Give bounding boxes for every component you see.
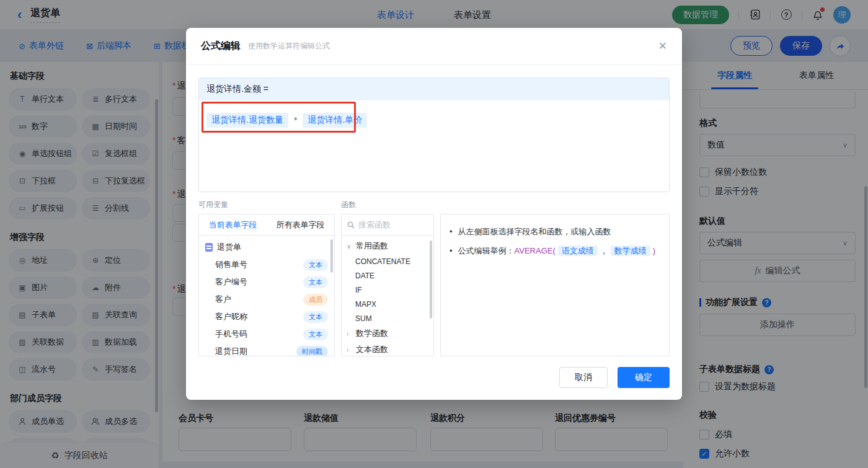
function-group-label: 文本函数 — [356, 344, 388, 355]
form-doc-icon — [205, 243, 213, 252]
variable-field-row[interactable]: 客户成员 — [199, 291, 334, 308]
bullet-dot: • — [450, 224, 453, 239]
formula-editor-modal: 公式编辑 使用数学运算符编辑公式 ✕ 退货详情.金额 = 退货详情.退货数量 *… — [186, 28, 682, 400]
field-token[interactable]: 退货详情.退货数量 — [206, 113, 288, 128]
field-token[interactable]: 退货详情.单价 — [303, 113, 367, 128]
hint-field-chip: 数学成绩 — [611, 245, 650, 256]
function-group-label: 数学函数 — [356, 328, 388, 339]
function-item-concatenate[interactable]: CONCATENATE — [342, 254, 433, 268]
variable-field-name: 退货日期 — [215, 346, 247, 356]
hint-line: • 从左侧面板选择字段名和函数，或输入函数 — [450, 224, 660, 239]
function-group-row[interactable]: ∨常用函数 — [342, 238, 433, 254]
formula-hints-panel: • 从左侧面板选择字段名和函数，或输入函数 • 公式编辑举例：AVERAGE(语… — [440, 214, 670, 356]
hint-example-prefix: 公式编辑举例： — [458, 246, 515, 255]
function-item-if[interactable]: IF — [342, 283, 433, 297]
caret-right-icon: › — [347, 330, 353, 337]
modal-footer: 取消 确定 — [559, 367, 670, 388]
variable-field-name: 客户 — [215, 294, 231, 305]
hint-example-text: 公式编辑举例：AVERAGE(语文成绩，数学成绩) — [458, 243, 656, 258]
cancel-button[interactable]: 取消 — [559, 367, 608, 388]
field-type-badge: 文本 — [303, 329, 328, 340]
caret-down-icon: ∨ — [347, 243, 353, 250]
field-type-badge: 文本 — [303, 259, 328, 271]
variables-label: 可用变量 — [198, 200, 228, 210]
functions-list: ∨常用函数CONCATENATEDATEIFMAPXSUM›数学函数›文本函数 — [342, 236, 433, 356]
confirm-button[interactable]: 确定 — [618, 367, 670, 388]
function-group-label: 常用函数 — [356, 241, 388, 252]
variable-field-name: 手机号码 — [215, 329, 247, 340]
variable-field-row[interactable]: 客户昵称文本 — [199, 308, 334, 325]
functions-scrollbar[interactable] — [430, 241, 432, 319]
hint-field-chip: 语文成绩 — [558, 245, 598, 256]
formula-target: 退货详情.金额 = — [199, 78, 669, 100]
bullet-dot: • — [450, 243, 453, 258]
close-icon[interactable]: ✕ — [658, 41, 667, 51]
search-placeholder: 搜索函数 — [358, 219, 391, 231]
function-item-sum[interactable]: SUM — [342, 311, 433, 325]
function-item-date[interactable]: DATE — [342, 268, 433, 283]
field-type-badge: 文本 — [303, 276, 328, 288]
hint-function-close: ) — [653, 246, 655, 255]
caret-right-icon: › — [347, 347, 353, 353]
function-group-row[interactable]: ›数学函数 — [342, 325, 433, 342]
hint-text: 从左侧面板选择字段名和函数，或输入函数 — [458, 224, 611, 239]
field-type-badge: 文本 — [303, 311, 328, 323]
search-icon — [347, 221, 355, 229]
variables-scrollbar[interactable] — [330, 239, 333, 273]
functions-panel: 搜索函数 ∨常用函数CONCATENATEDATEIFMAPXSUM›数学函数›… — [341, 214, 434, 356]
variables-tab-all-forms[interactable]: 所有表单字段 — [267, 214, 334, 235]
field-type-badge: 成员 — [303, 294, 328, 306]
variable-root-label: 退货单 — [217, 242, 241, 253]
function-item-mapx[interactable]: MAPX — [342, 297, 433, 311]
variable-field-name: 客户昵称 — [215, 311, 247, 322]
variables-list: 退货单销售单号文本客户编号文本客户成员客户昵称文本手机号码文本退货日期时间戳 — [199, 236, 334, 356]
variables-tab-current-form[interactable]: 当前表单字段 — [199, 214, 267, 235]
formula-editor-area[interactable]: 退货详情.金额 = 退货详情.退货数量 * 退货详情.单价 — [198, 77, 670, 192]
functions-label: 函数 — [341, 200, 356, 210]
modal-title: 公式编辑 — [201, 40, 241, 53]
field-type-badge: 时间戳 — [296, 346, 328, 357]
variable-field-name: 客户编号 — [215, 276, 247, 288]
hint-comma: ， — [600, 246, 608, 255]
variables-tabs: 当前表单字段所有表单字段 — [199, 214, 334, 236]
app-screen: ‹ 退货单 表单设计表单设置 数据管理 ? 理 ⊘表单外链⊠后端脚本⊞数据权限 … — [0, 0, 868, 468]
variable-field-row[interactable]: 退货日期时间戳 — [199, 343, 334, 356]
function-search-input[interactable]: 搜索函数 — [342, 214, 433, 236]
operator: * — [294, 115, 297, 125]
variable-field-row[interactable]: 客户编号文本 — [199, 273, 334, 291]
variables-panel: 当前表单字段所有表单字段 退货单销售单号文本客户编号文本客户成员客户昵称文本手机… — [198, 214, 335, 356]
hint-function-name: AVERAGE( — [515, 246, 556, 255]
variable-root-row[interactable]: 退货单 — [199, 239, 334, 256]
modal-subtitle: 使用数学运算符编辑公式 — [248, 41, 330, 51]
hint-example-line: • 公式编辑举例：AVERAGE(语文成绩，数学成绩) — [450, 243, 660, 258]
variable-field-row[interactable]: 销售单号文本 — [199, 256, 334, 273]
function-group-row[interactable]: ›文本函数 — [342, 342, 433, 356]
variable-field-row[interactable]: 手机号码文本 — [199, 325, 334, 343]
variable-field-name: 销售单号 — [215, 259, 247, 270]
modal-header: 公式编辑 使用数学运算符编辑公式 ✕ — [186, 28, 682, 65]
formula-expression[interactable]: 退货详情.退货数量 * 退货详情.单价 — [199, 100, 669, 140]
